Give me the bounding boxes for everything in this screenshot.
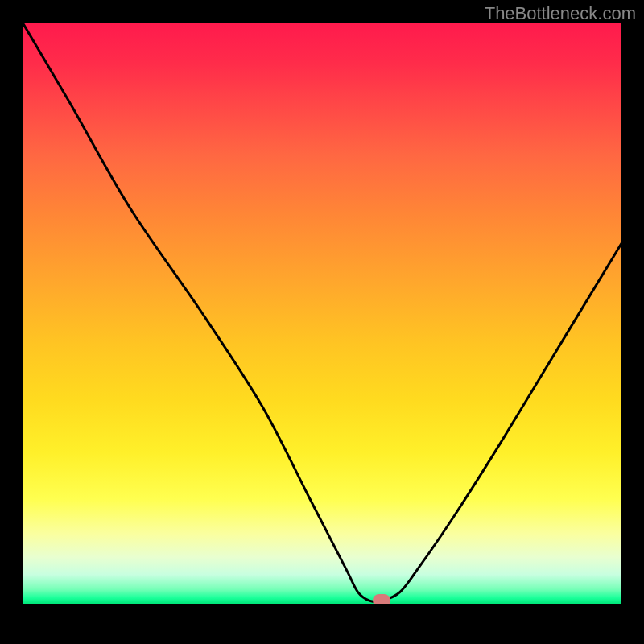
bottleneck-curve (23, 23, 621, 604)
x-axis-strip (23, 604, 621, 621)
watermark-text: TheBottleneck.com (485, 3, 636, 24)
chart-container (23, 23, 621, 621)
